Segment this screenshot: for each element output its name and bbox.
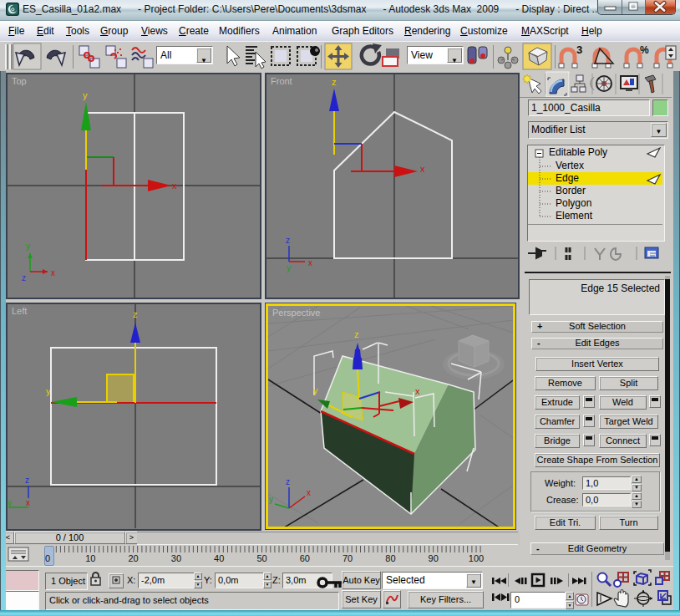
svg-text:y: y — [287, 263, 291, 272]
svg-text:x: x — [307, 488, 311, 497]
svg-text:%: % — [640, 44, 649, 56]
svg-text:y: y — [83, 90, 88, 100]
svg-text:y: y — [269, 495, 273, 504]
svg-text:70: 70 — [343, 553, 353, 563]
svg-text:0: 0 — [45, 553, 50, 563]
svg-text:80: 80 — [385, 553, 395, 563]
svg-text:z: z — [354, 329, 359, 339]
svg-text:x: x — [420, 164, 425, 174]
svg-text:z: z — [332, 77, 337, 87]
svg-text:x: x — [308, 258, 312, 267]
svg-text:40: 40 — [214, 553, 224, 563]
svg-text:y: y — [8, 498, 12, 507]
svg-text:10: 10 — [85, 553, 95, 563]
svg-text:y: y — [313, 385, 318, 395]
svg-text:x: x — [26, 498, 30, 507]
svg-text:100: 100 — [469, 553, 484, 563]
svg-text:x: x — [51, 268, 55, 277]
svg-text:3: 3 — [576, 43, 582, 56]
svg-text:z: z — [286, 236, 290, 245]
svg-text:30: 30 — [171, 553, 181, 563]
svg-text:y: y — [26, 242, 30, 251]
svg-text:20: 20 — [128, 553, 138, 563]
svg-text:y: y — [46, 386, 51, 396]
svg-text:z: z — [22, 273, 26, 283]
svg-text:60: 60 — [300, 553, 310, 563]
svg-text:90: 90 — [429, 553, 439, 563]
svg-text:z: z — [133, 309, 138, 319]
svg-text:x: x — [415, 386, 420, 396]
svg-text:z: z — [286, 477, 290, 486]
svg-text:z: z — [25, 476, 29, 485]
svg-text:50: 50 — [256, 553, 266, 563]
svg-text:x: x — [172, 181, 177, 191]
